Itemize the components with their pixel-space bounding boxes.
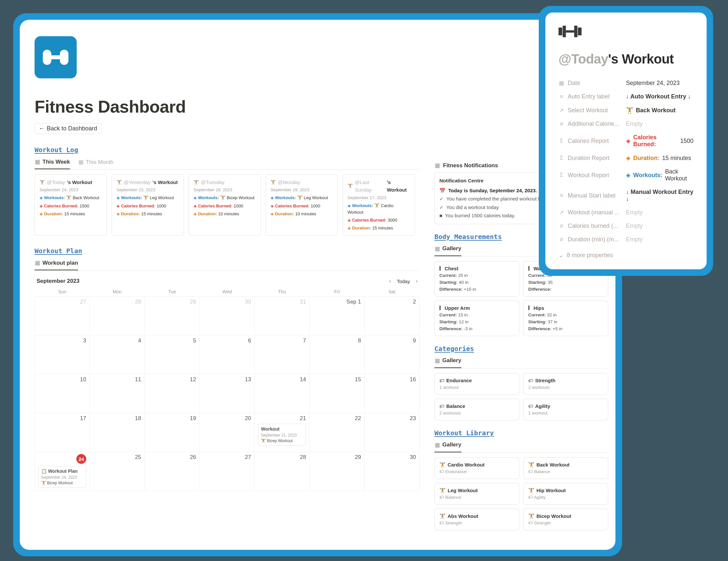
back-to-dashboard-button[interactable]: ← Back to Dashboard	[35, 123, 101, 134]
tab-workout-plan[interactable]: ▦ Workout plan	[35, 259, 78, 270]
log-card[interactable]: 🏋@Tuesday September 19, 2023 ◈ Workouts:…	[189, 174, 261, 236]
cal-day[interactable]: 23	[365, 413, 420, 452]
tab-this-month[interactable]: ▦ This Month	[78, 158, 114, 169]
cal-day[interactable]: 13	[200, 374, 255, 413]
tag-icon: 🏷	[528, 521, 533, 525]
cat-count: 2 workouts	[439, 410, 514, 417]
daynum: 5	[193, 338, 196, 344]
cal-day[interactable]: 2	[365, 297, 420, 336]
cal-day[interactable]: 11	[90, 374, 145, 413]
tab-label: Gallery	[442, 442, 461, 448]
cal-day[interactable]: 25	[90, 452, 145, 491]
tab-gallery[interactable]: ▦Gallery	[434, 357, 461, 368]
prop-calories-manual[interactable]: #Calories burned (...Empty	[559, 219, 693, 233]
categories-heading[interactable]: Categories	[434, 345, 608, 353]
cal-day[interactable]: 30	[365, 452, 420, 491]
cal-day[interactable]: 29	[145, 297, 200, 336]
tab-gallery[interactable]: ▦Gallery	[434, 442, 461, 452]
prop-duration-manual[interactable]: #Duration (min) (m...Empty	[559, 233, 693, 246]
tab-gallery[interactable]: ▦Gallery	[434, 245, 461, 256]
cal-prev-button[interactable]: ‹	[389, 278, 391, 284]
cal-day[interactable]: 29	[310, 452, 365, 491]
cal-day[interactable]: 15	[310, 374, 365, 413]
prop-calories-report[interactable]: ΣCalories Report◈Calories Burned: 1500	[559, 131, 693, 151]
dur-label: Duration:	[121, 211, 140, 216]
workout-plan-heading[interactable]: Workout Plan	[35, 247, 420, 255]
category-card[interactable]: 🏷Strength2 workouts	[523, 373, 608, 395]
mc-lbl: Current:	[439, 313, 457, 318]
lib-tag: Strength	[445, 521, 462, 525]
prop-manual-start[interactable]: ≡Manual Start label↓ Manual Workout Entr…	[559, 185, 693, 206]
cal-day[interactable]: Sep 1	[310, 297, 365, 336]
category-card[interactable]: 🏷Endurance1 workout	[434, 373, 519, 395]
cal-day[interactable]: 27	[200, 452, 255, 491]
library-card[interactable]: 🏋Hip Workout🏷 Agility	[523, 483, 608, 505]
cal-day[interactable]: 4	[90, 336, 145, 374]
log-card[interactable]: 🏋@Today's Workout September 24, 2023 ◈ W…	[35, 174, 107, 236]
cal-today-button[interactable]: Today	[397, 278, 410, 284]
cal-day[interactable]: 24 📋 Workout Plan September 24, 2023 🏋 B…	[35, 452, 90, 491]
dumbbell-icon: 🏋	[439, 512, 446, 520]
cal-day[interactable]: 16	[365, 374, 420, 413]
page-title: Fitness Dashboard	[35, 97, 601, 116]
cal-day[interactable]: 5	[145, 336, 200, 374]
workout-library-heading[interactable]: Workout Library	[434, 429, 608, 437]
calendar-event[interactable]: Workout September 21, 2023 🏋 Bicep Worko…	[258, 424, 306, 446]
measurement-card[interactable]: Hips Current: 32 in Starting: 37 in Diff…	[523, 301, 608, 336]
log-duration: 10 minutes	[295, 211, 316, 216]
category-card[interactable]: 🏷Balance2 workouts	[434, 399, 519, 421]
gallery-icon: ▦	[434, 357, 440, 364]
calendar-event[interactable]: 📋 Workout Plan September 24, 2023 🏋 Bice…	[38, 466, 86, 488]
cal-day[interactable]: 10	[35, 374, 90, 413]
category-card[interactable]: 🏷Agility1 workout	[523, 399, 608, 421]
prop-additional-calories[interactable]: #Additional Calorie...Empty	[559, 117, 693, 131]
prop-auto-entry[interactable]: ≡Auto Entry label↓ Auto Workout Entry ↓	[559, 90, 693, 103]
cal-day[interactable]: 27	[35, 297, 90, 336]
cal-day[interactable]: 12	[145, 374, 200, 413]
cal-day[interactable]: 6	[200, 336, 255, 374]
cal-day[interactable]: 8	[310, 336, 365, 374]
log-card[interactable]: 🏋@Yesterday's Workout September 23, 2023…	[112, 174, 184, 236]
measurement-card[interactable]: Chest Current: 25 in Starting: 40 in Dif…	[434, 261, 519, 297]
more-properties-button[interactable]: ⌄8 more properties	[559, 246, 693, 259]
cal-day[interactable]: 21 Workout September 21, 2023 🏋 Bicep Wo…	[255, 413, 310, 452]
cal-day[interactable]: 19	[145, 413, 200, 452]
measurement-card[interactable]: Upper Arm Current: 15 in Starting: 12 in…	[434, 301, 519, 336]
log-card[interactable]: 🏋@Monday September 18, 2023 ◈ Workouts: …	[266, 174, 338, 236]
log-card[interactable]: 🏋@Last Sunday's Workout September 17, 20…	[343, 174, 415, 236]
workout-log-heading[interactable]: Workout Log	[35, 146, 420, 154]
cal-day[interactable]: 22	[310, 413, 365, 452]
cal-day[interactable]: 26	[145, 452, 200, 491]
log-calories: 1000	[311, 203, 320, 208]
prop-workout-report[interactable]: ΣWorkout Report◈Workouts: Back Workout	[559, 165, 693, 185]
library-card[interactable]: 🏋Abs Workout🏷 Strength	[434, 509, 519, 530]
cal-day[interactable]: 18	[90, 413, 145, 452]
cal-day[interactable]: 3	[35, 336, 90, 374]
cal-day[interactable]: 28	[90, 297, 145, 336]
number-icon: #	[559, 223, 564, 229]
cal-next-button[interactable]: ›	[416, 278, 418, 284]
prop-date[interactable]: ▦DateSeptember 24, 2023	[559, 76, 693, 90]
workout-log-cards: 🏋@Today's Workout September 24, 2023 ◈ W…	[35, 174, 420, 236]
library-card[interactable]: 🏋Cardio Workout🏷 Endurance	[434, 457, 519, 479]
cal-day[interactable]: 17	[35, 413, 90, 452]
library-card[interactable]: 🏋Back Workout🏷 Balance	[523, 457, 608, 479]
library-card[interactable]: 🏋Leg Workout🏷 Balance	[434, 483, 519, 505]
lib-tag: Balance	[534, 469, 550, 474]
cat-count: 1 workout	[439, 384, 514, 391]
tab-label: Gallery	[442, 357, 461, 364]
cal-day[interactable]: 31	[255, 297, 310, 336]
cal-day[interactable]: 14	[255, 374, 310, 413]
event-type: Bicep Workout	[47, 481, 73, 485]
plabel: Workout Report	[568, 172, 609, 179]
library-card[interactable]: 🏋Bicep Workout🏷 Strength	[523, 509, 608, 530]
prop-select-workout[interactable]: ↗Select Workout🏋Back Workout	[559, 103, 693, 117]
prop-workout-manual[interactable]: ↗Workout (manual ...Empty	[559, 206, 693, 219]
tab-this-week[interactable]: ▦ This Week	[35, 158, 70, 169]
cal-day[interactable]: 7	[255, 336, 310, 374]
cal-day[interactable]: 28	[255, 452, 310, 491]
cal-day[interactable]: 9	[365, 336, 420, 374]
cal-day[interactable]: 20	[200, 413, 255, 452]
prop-duration-report[interactable]: ΣDuration Report◈Duration: 15 minutes	[559, 151, 693, 165]
cal-day[interactable]: 30	[200, 297, 255, 336]
